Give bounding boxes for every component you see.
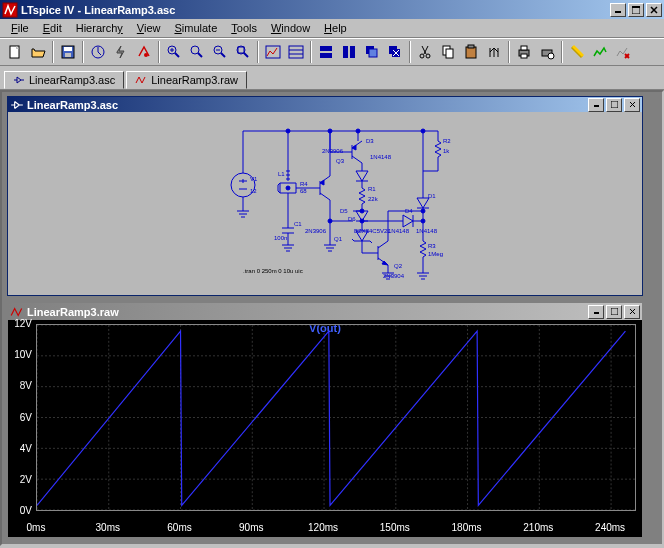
svg-rect-33 [369, 49, 377, 57]
halt-button[interactable] [133, 41, 155, 63]
svg-point-104 [328, 129, 332, 133]
svg-point-48 [548, 53, 554, 59]
waveform-canvas[interactable]: V(out) 0V2V4V6V8V10V12V 0ms30ms60ms90ms1… [8, 320, 642, 537]
setup-button[interactable] [285, 41, 307, 63]
menu-tools[interactable]: Tools [224, 20, 264, 36]
svg-point-103 [286, 129, 290, 133]
tab-label: LinearRamp3.asc [29, 74, 115, 86]
maximize-button[interactable] [628, 3, 644, 17]
cascade-button[interactable] [361, 41, 383, 63]
tile-vert-button[interactable] [338, 41, 360, 63]
find-button[interactable] [483, 41, 505, 63]
svg-rect-31 [350, 46, 355, 58]
y-tick-label: 10V [10, 349, 32, 360]
delete-trace-button[interactable] [612, 41, 634, 63]
svg-rect-43 [468, 45, 474, 48]
comp-v1: V1 [250, 176, 258, 182]
child-title: LinearRamp3.raw [27, 306, 588, 318]
svg-rect-42 [466, 47, 476, 58]
svg-rect-23 [238, 47, 244, 53]
tile-horiz-button[interactable] [315, 41, 337, 63]
comp-r4: R4 [300, 181, 308, 187]
child-titlebar[interactable]: LinearRamp3.asc [8, 97, 642, 112]
save-button[interactable] [57, 41, 79, 63]
svg-point-16 [191, 46, 199, 54]
cut-button[interactable] [414, 41, 436, 63]
autorange-button[interactable] [262, 41, 284, 63]
tab-schematic[interactable]: LinearRamp3.asc [4, 71, 124, 89]
menu-edit[interactable]: Edit [36, 20, 69, 36]
child-maximize-button[interactable] [606, 98, 622, 112]
comp-r3-val: 1Meg [428, 251, 443, 257]
x-tick-label: 150ms [380, 522, 410, 533]
child-titlebar[interactable]: LinearRamp3.raw [8, 303, 642, 320]
menubar: File Edit Hierarchy View Simulate Tools … [0, 19, 664, 38]
menu-simulate[interactable]: Simulate [167, 20, 224, 36]
comp-r1: R1 [368, 186, 376, 192]
menu-file[interactable]: File [4, 20, 36, 36]
comp-q3: Q3 [336, 158, 345, 164]
waveform-icon [135, 74, 147, 86]
x-tick-label: 240ms [595, 522, 625, 533]
comp-r2: R2 [443, 138, 451, 144]
zoom-fit-button[interactable] [232, 41, 254, 63]
svg-point-111 [286, 186, 290, 190]
menu-help[interactable]: Help [317, 20, 354, 36]
svg-rect-24 [266, 46, 280, 58]
svg-rect-28 [320, 46, 332, 51]
pan-button[interactable] [186, 41, 208, 63]
print-setup-button[interactable] [536, 41, 558, 63]
comp-r1-val: 22k [368, 196, 379, 202]
menu-window[interactable]: Window [264, 20, 317, 36]
svg-point-106 [421, 129, 425, 133]
plot-area[interactable] [36, 324, 636, 511]
svg-rect-41 [446, 49, 453, 58]
comp-r3: R3 [428, 243, 436, 249]
open-button[interactable] [27, 41, 49, 63]
waveform-window: LinearRamp3.raw V(out) 0V2V4V6V8V10V12V … [7, 302, 643, 538]
schematic-icon [10, 98, 24, 112]
menu-view[interactable]: View [130, 20, 168, 36]
svg-line-17 [198, 53, 202, 57]
tab-bar: LinearRamp3.asc LinearRamp3.raw [0, 66, 664, 90]
x-tick-label: 30ms [96, 522, 120, 533]
close-all-button[interactable] [384, 41, 406, 63]
svg-line-22 [244, 53, 248, 57]
new-schematic-button[interactable] [4, 41, 26, 63]
child-maximize-button[interactable] [606, 305, 622, 319]
paste-button[interactable] [460, 41, 482, 63]
child-minimize-button[interactable] [588, 98, 604, 112]
mdi-client-area: LinearRamp3.asc [0, 90, 664, 546]
zoom-out-button[interactable] [209, 41, 231, 63]
print-button[interactable] [513, 41, 535, 63]
minimize-button[interactable] [610, 3, 626, 17]
control-panel-button[interactable] [87, 41, 109, 63]
child-close-button[interactable] [624, 98, 640, 112]
svg-line-13 [175, 53, 179, 57]
add-trace-button[interactable] [589, 41, 611, 63]
toolbar [0, 38, 664, 66]
copy-button[interactable] [437, 41, 459, 63]
close-button[interactable] [646, 3, 662, 17]
run-button[interactable] [110, 41, 132, 63]
schematic-canvas[interactable]: V1 12 L1 R4 68 C1 100n 2N3906 Q1 2N3906 … [8, 112, 642, 295]
comp-q2: Q2 [394, 263, 403, 269]
svg-rect-30 [343, 46, 348, 58]
svg-line-78 [352, 156, 362, 163]
comp-v1-val: 12 [250, 188, 257, 194]
x-tick-label: 120ms [308, 522, 338, 533]
zoom-in-button[interactable] [163, 41, 185, 63]
waveform-icon [10, 305, 24, 319]
y-tick-label: 12V [10, 318, 32, 329]
svg-point-38 [420, 54, 424, 58]
child-minimize-button[interactable] [588, 305, 604, 319]
app-title: LTspice IV - LinearRamp3.asc [21, 4, 610, 16]
comp-q3-model: 2N3906 [322, 148, 344, 154]
svg-line-89 [378, 241, 388, 248]
svg-rect-8 [64, 47, 72, 51]
pick-visible-button[interactable] [566, 41, 588, 63]
child-close-button[interactable] [624, 305, 640, 319]
comp-c1-val: 100n [274, 235, 287, 241]
menu-hierarchy[interactable]: Hierarchy [69, 20, 130, 36]
tab-waveform[interactable]: LinearRamp3.raw [126, 71, 247, 89]
